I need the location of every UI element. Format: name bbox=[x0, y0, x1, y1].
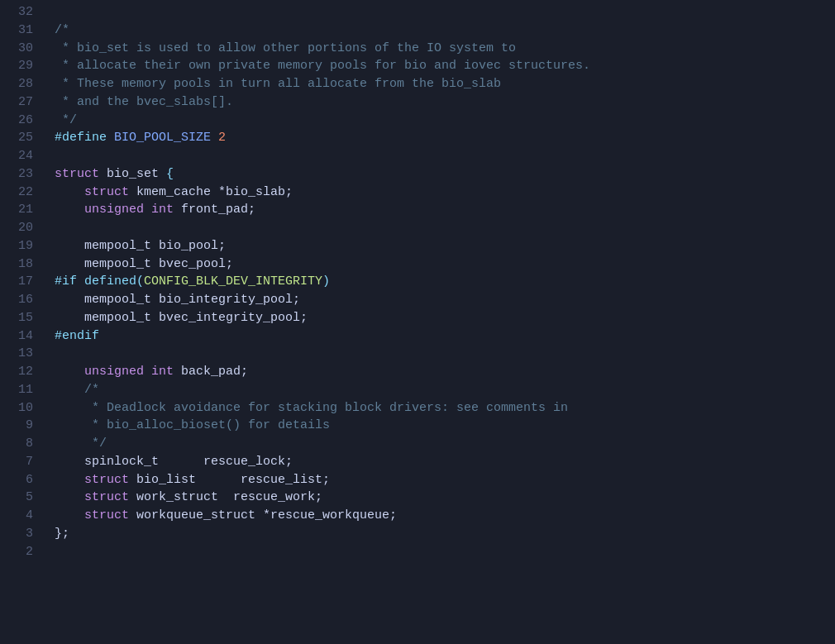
line-number: 22 bbox=[10, 184, 33, 202]
code-line bbox=[55, 219, 822, 237]
line-number: 19 bbox=[10, 237, 33, 255]
line-number: 15 bbox=[10, 309, 33, 327]
code-line: /* bbox=[55, 21, 822, 40]
line-number: 13 bbox=[10, 345, 33, 363]
line-number: 23 bbox=[10, 165, 33, 184]
line-number: 30 bbox=[10, 40, 33, 58]
code-line: * Deadlock avoidance for stacking block … bbox=[55, 399, 822, 417]
code-line: mempool_t bio_integrity_pool; bbox=[55, 291, 822, 309]
code-line: #endif bbox=[55, 327, 822, 346]
line-number: 20 bbox=[10, 219, 33, 237]
line-number: 31 bbox=[10, 21, 33, 40]
line-number: 4 bbox=[10, 507, 33, 525]
line-number: 3 bbox=[10, 525, 33, 543]
code-line: * These memory pools in turn all allocat… bbox=[55, 75, 822, 93]
code-line: }; bbox=[55, 525, 822, 543]
line-number: 21 bbox=[10, 201, 33, 219]
line-number: 28 bbox=[10, 75, 33, 93]
code-line bbox=[55, 543, 822, 561]
line-number: 11 bbox=[10, 381, 33, 399]
line-number: 32 bbox=[10, 3, 33, 21]
code-line: struct bio_list rescue_list; bbox=[55, 471, 822, 489]
line-number: 12 bbox=[10, 363, 33, 381]
code-line: /* bbox=[55, 381, 822, 399]
line-number: 29 bbox=[10, 57, 33, 75]
code-line bbox=[55, 3, 822, 21]
line-number: 17 bbox=[10, 273, 33, 291]
line-number: 26 bbox=[10, 112, 33, 130]
line-number: 5 bbox=[10, 489, 33, 507]
line-number: 9 bbox=[10, 417, 33, 435]
code-line: struct kmem_cache *bio_slab; bbox=[55, 184, 822, 202]
code-line: struct bio_set { bbox=[55, 165, 822, 184]
line-number: 7 bbox=[10, 453, 33, 471]
code-line: #define BIO_POOL_SIZE 2 bbox=[55, 129, 822, 147]
code-line: struct workqueue_struct *rescue_workqueu… bbox=[55, 507, 822, 525]
line-number: 25 bbox=[10, 129, 33, 147]
code-line: unsigned int back_pad; bbox=[55, 363, 822, 381]
code-editor: 3231302928272625242322212019181716151413… bbox=[0, 0, 835, 644]
code-line bbox=[55, 147, 822, 165]
code-line: * bio_alloc_bioset() for details bbox=[55, 417, 822, 435]
line-number: 18 bbox=[10, 255, 33, 274]
code-line: struct work_struct rescue_work; bbox=[55, 489, 822, 507]
code-content: /* * bio_set is used to allow other port… bbox=[41, 3, 835, 641]
line-number: 16 bbox=[10, 291, 33, 309]
line-numbers: 3231302928272625242322212019181716151413… bbox=[0, 3, 41, 641]
line-number: 14 bbox=[10, 327, 33, 346]
code-line: mempool_t bvec_pool; bbox=[55, 255, 822, 274]
line-number: 2 bbox=[10, 543, 33, 561]
code-line: * allocate their own private memory pool… bbox=[55, 57, 822, 75]
line-number: 6 bbox=[10, 471, 33, 489]
code-line: */ bbox=[55, 112, 822, 130]
code-line: unsigned int front_pad; bbox=[55, 201, 822, 219]
code-line: #if defined(CONFIG_BLK_DEV_INTEGRITY) bbox=[55, 273, 822, 291]
code-line: spinlock_t rescue_lock; bbox=[55, 453, 822, 471]
code-line: * and the bvec_slabs[]. bbox=[55, 93, 822, 112]
line-number: 8 bbox=[10, 435, 33, 453]
code-line: */ bbox=[55, 435, 822, 453]
line-number: 24 bbox=[10, 147, 33, 165]
line-number: 10 bbox=[10, 399, 33, 417]
code-line: mempool_t bio_pool; bbox=[55, 237, 822, 255]
line-number: 27 bbox=[10, 93, 33, 112]
code-line: * bio_set is used to allow other portion… bbox=[55, 40, 822, 58]
code-line bbox=[55, 345, 822, 363]
code-line: mempool_t bvec_integrity_pool; bbox=[55, 309, 822, 327]
